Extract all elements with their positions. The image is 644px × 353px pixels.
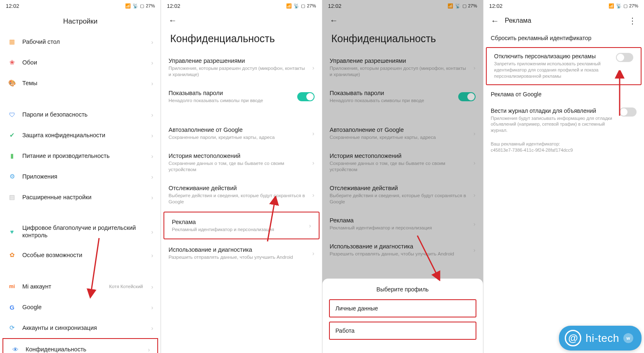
settings-row[interactable]: ⚙Приложения› <box>0 166 161 187</box>
row-title: Реклама <box>172 218 303 226</box>
settings-row[interactable]: ▤Расширенные настройки› <box>0 187 161 208</box>
settings-row[interactable]: ♥Цифровое благополучие и родительский ко… <box>0 218 161 245</box>
status-time: 12:02 <box>167 3 180 9</box>
row-autofill[interactable]: Автозаполнение от Google Сохраненные пар… <box>322 120 483 146</box>
row-title: Питание и производительность <box>22 152 145 160</box>
wifi-icon: 📡 <box>616 3 622 9</box>
toggle-show-passwords[interactable] <box>297 92 315 101</box>
settings-row[interactable]: GGoogle› <box>0 297 161 317</box>
screen-settings: 12:02 📶 📡 ▢ 27% Настройки ▦Рабочий стол›… <box>0 0 161 353</box>
battery-pct: 27% <box>307 3 316 8</box>
row-permissions[interactable]: Управление разрешениями Приложения, кото… <box>322 51 483 83</box>
settings-row[interactable]: ❀Обои› <box>0 52 161 73</box>
sheet-title: Выберите профиль <box>329 286 476 293</box>
settings-row[interactable]: 👁Конфиденциальность› <box>2 338 158 353</box>
toggle-show-passwords[interactable] <box>458 92 476 101</box>
chevron-right-icon: › <box>313 191 315 198</box>
status-right: 📶 📡 ▢ 27% <box>447 3 477 9</box>
row-sub: Запретить приложениям использовать рекла… <box>494 61 611 79</box>
row-sub: Рекламный идентификатор и персонализация <box>330 225 468 231</box>
row-google-ads[interactable]: Реклама от Google <box>483 86 644 103</box>
row-show-passwords[interactable]: Показывать пароли Ненадолго показывать с… <box>161 83 322 110</box>
toggle-optout[interactable] <box>616 53 633 62</box>
row-title: Конфиденциальность <box>26 346 142 353</box>
profile-option-personal[interactable]: Личные данные <box>329 299 476 317</box>
chevron-right-icon: › <box>151 153 153 160</box>
row-ads[interactable]: Реклама Рекламный идентификатор и персон… <box>322 211 483 237</box>
row-usage-diagnostics[interactable]: Использование и диагностика Разрешить от… <box>322 237 483 263</box>
row-sub: Рекламный идентификатор и персонализация <box>172 227 303 233</box>
row-ads[interactable]: Реклама Рекламный идентификатор и персон… <box>163 212 319 239</box>
chevron-right-icon: › <box>151 38 153 45</box>
settings-row[interactable]: ▮Питание и производительность› <box>0 145 161 166</box>
status-time: 12:02 <box>6 3 19 9</box>
settings-list: ▦Рабочий стол›❀Обои›🎨Темы› 🛡Пароли и без… <box>0 31 161 353</box>
row-title: Показывать пароли <box>330 89 452 97</box>
settings-row[interactable]: ⟳Аккаунты и синхронизация› <box>0 317 161 338</box>
row-icon: ▮ <box>7 151 17 160</box>
row-debug-log[interactable]: Вести журнал отладки для объявлений Прил… <box>483 103 644 139</box>
row-sub: Сохранение данных о том, где вы бываете … <box>168 160 306 173</box>
profile-sheet: Выберите профиль Личные данные Работа <box>322 279 483 353</box>
row-title: Управление разрешениями <box>330 57 468 64</box>
status-bar: 12:02 📶 📡 ▢ 27% <box>161 0 322 12</box>
row-location-history[interactable]: История местоположений Сохранение данных… <box>161 146 322 179</box>
row-title: Сбросить рекламный идентификатор <box>491 35 592 41</box>
chevron-right-icon: › <box>151 59 153 66</box>
row-title: Обои <box>22 59 145 66</box>
wifi-icon: 📡 <box>133 3 138 9</box>
row-title: Показывать пароли <box>168 89 291 97</box>
row-sub: Разрешить отправлять данные, чтобы улучш… <box>168 254 306 260</box>
row-sub: Ненадолго показывать символы при вводе <box>168 98 291 104</box>
ad-id-value: c45813e7-7386-411c-9f24-28faf174dcc9 <box>491 147 637 153</box>
status-time: 12:02 <box>489 3 503 9</box>
back-icon[interactable]: ← <box>491 16 499 26</box>
row-activity-tracking[interactable]: Отслеживание действий Выберите действия … <box>161 179 322 211</box>
row-activity-tracking[interactable]: Отслеживание действий Выберите действия … <box>322 179 483 211</box>
row-sub: Выберите действия и сведения, которые бу… <box>168 193 306 205</box>
row-show-passwords[interactable]: Показывать пароли Ненадолго показывать с… <box>322 83 483 110</box>
row-icon: 🎨 <box>7 79 17 88</box>
signal-icon: 📶 <box>608 3 614 9</box>
back-icon[interactable]: ← <box>330 16 338 25</box>
back-icon[interactable]: ← <box>168 16 177 25</box>
row-icon: 🛡 <box>7 110 17 119</box>
toggle-debug-log[interactable] <box>619 107 637 117</box>
settings-row[interactable]: ▦Рабочий стол› <box>0 31 161 52</box>
settings-row[interactable]: ✔Защита конфиденциальности› <box>0 125 161 145</box>
row-sub: Сохранение данных о том, где вы бываете … <box>330 160 468 173</box>
page-title: Реклама <box>505 17 531 24</box>
more-icon[interactable]: ⋮ <box>628 16 637 26</box>
row-autofill[interactable]: Автозаполнение от Google Сохраненные пар… <box>161 120 322 146</box>
row-title: Автозаполнение от Google <box>168 126 306 134</box>
row-title: Управление разрешениями <box>168 57 306 64</box>
chevron-right-icon: › <box>313 250 315 257</box>
page-title: Конфиденциальность <box>322 29 483 51</box>
settings-row[interactable]: 🛡Пароли и безопасность› <box>0 104 161 125</box>
chevron-right-icon: › <box>474 159 476 166</box>
header: ← <box>322 12 483 29</box>
row-reset-ad-id[interactable]: Сбросить рекламный идентификатор <box>483 30 644 46</box>
row-permissions[interactable]: Управление разрешениями Приложения, кото… <box>161 51 322 83</box>
settings-row[interactable]: ✿Особые возможности› <box>0 245 161 265</box>
settings-row[interactable]: 🎨Темы› <box>0 73 161 93</box>
row-title: Mi аккаунт <box>22 283 103 290</box>
chevron-right-icon: › <box>151 324 153 332</box>
status-bar: 12:02 📶 📡 ▢ 27% <box>322 0 483 12</box>
signal-icon: 📶 <box>286 3 292 9</box>
row-optout-personalization[interactable]: Отключить персонализацию рекламы Запрети… <box>486 47 642 85</box>
chevron-right-icon: › <box>474 246 476 253</box>
row-title: Реклама от Google <box>491 91 542 98</box>
row-icon: ⚙ <box>7 172 17 181</box>
settings-row[interactable]: miMi аккаунтКотя Котейский› <box>0 276 161 297</box>
row-icon: 👁 <box>11 345 20 353</box>
chevron-right-icon: › <box>313 159 315 166</box>
row-location-history[interactable]: История местоположений Сохранение данных… <box>322 146 483 179</box>
chevron-right-icon: › <box>474 191 476 198</box>
row-usage-diagnostics[interactable]: Использование и диагностика Разрешить от… <box>161 240 322 266</box>
profile-option-work[interactable]: Работа <box>329 322 476 340</box>
row-icon: mi <box>7 282 17 291</box>
row-title: Вести журнал отладки для объявлений <box>491 107 614 114</box>
watermark: @ hi-tech w <box>559 326 642 351</box>
status-right: 📶 📡 ▢ 27% <box>125 3 155 9</box>
